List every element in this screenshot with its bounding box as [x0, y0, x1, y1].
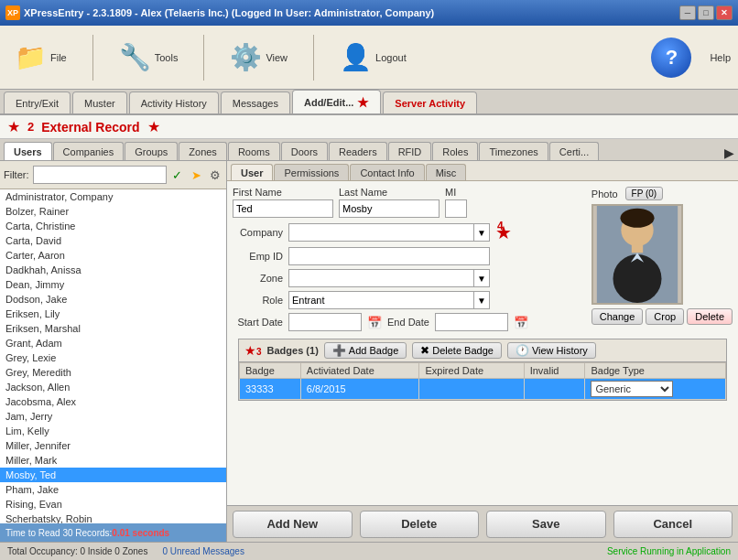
tab-server-activity[interactable]: Server Activity [383, 92, 477, 113]
close-button[interactable]: ✕ [716, 5, 733, 20]
list-item[interactable]: Dadkhah, Anissa [0, 263, 226, 277]
inner-tab-permissions[interactable]: Permissions [274, 164, 349, 180]
list-item[interactable]: Pham, Jake [0, 482, 226, 497]
tab-activity-history[interactable]: Activity History [129, 92, 219, 113]
list-item[interactable]: Lim, Kelly [0, 424, 226, 438]
occupancy-status: Total Occupancy: 0 Inside 0 Zones [7, 546, 147, 556]
mi-label: MI [445, 187, 467, 198]
add-badge-button[interactable]: ➕ Add Badge [324, 342, 407, 359]
view-menu[interactable]: ⚙️ View [222, 38, 295, 76]
top-tab-bar: Entry/Exit Muster Activity History Messa… [0, 90, 738, 115]
list-item[interactable]: Eriksen, Lily [0, 307, 226, 321]
inner-tab-user[interactable]: User [231, 164, 273, 180]
add-new-button[interactable]: Add New [233, 511, 353, 538]
tab-add-edit[interactable]: Add/Edit... ★ [292, 90, 381, 113]
start-date-calendar-icon[interactable]: 📅 [367, 316, 382, 329]
tab-messages[interactable]: Messages [221, 92, 290, 113]
subtab-groups[interactable]: Groups [125, 142, 178, 160]
subtab-rfid[interactable]: RFID [388, 142, 432, 160]
end-date-input[interactable] [435, 313, 508, 331]
list-item[interactable]: Grey, Meredith [0, 365, 226, 380]
subtab-rooms[interactable]: Rooms [228, 142, 280, 160]
list-item-selected[interactable]: Mosby, Ted [0, 468, 226, 482]
list-item[interactable]: Grant, Adam [0, 336, 226, 350]
list-item[interactable]: Carta, David [0, 233, 226, 248]
role-input[interactable] [289, 292, 473, 308]
change-button[interactable]: Change [591, 308, 644, 325]
zone-dropdown-icon[interactable]: ▼ [473, 270, 489, 286]
tab-muster[interactable]: Muster [72, 92, 127, 113]
fp-button[interactable]: FP (0) [625, 187, 664, 200]
subtab-roles[interactable]: Roles [432, 142, 478, 160]
window-controls[interactable]: ─ □ ✕ [679, 5, 733, 20]
emp-id-input[interactable] [288, 247, 490, 265]
cancel-button[interactable]: Cancel [613, 511, 733, 538]
last-name-input[interactable] [339, 199, 440, 218]
view-history-button[interactable]: 🕐 View History [507, 342, 596, 359]
filter-settings-icon[interactable]: ⚙ [208, 165, 223, 185]
delete-button[interactable]: Delete [360, 511, 480, 538]
start-date-input[interactable] [288, 313, 362, 331]
right-panel: User Permissions Contact Info Misc [227, 161, 738, 542]
badge-type-select[interactable]: Generic Standard Visitor [591, 381, 673, 397]
list-item[interactable]: Dean, Jimmy [0, 277, 226, 292]
subtab-zones[interactable]: Zones [179, 142, 227, 160]
list-item[interactable]: Carta, Christine [0, 219, 226, 233]
filter-input[interactable] [33, 166, 167, 184]
inner-tab-misc[interactable]: Misc [426, 164, 467, 180]
crop-button[interactable]: Crop [646, 308, 684, 325]
subtab-certi[interactable]: Certi... [549, 142, 599, 160]
file-menu[interactable]: 📁 File [7, 38, 74, 76]
filter-check-icon[interactable]: ✓ [170, 165, 186, 185]
company-dropdown-icon[interactable]: ▼ [473, 224, 489, 241]
list-item[interactable]: Miller, Jennifer [0, 438, 226, 453]
list-item[interactable]: Eriksen, Marshal [0, 321, 226, 336]
list-item[interactable]: Grey, Lexie [0, 350, 226, 365]
list-item[interactable]: Jam, Jerry [0, 409, 226, 424]
annotation-star-4: ★4 [495, 221, 512, 243]
list-item[interactable]: Bolzer, Rainer [0, 204, 226, 219]
badge-activated-date: 6/8/2015 [300, 379, 419, 400]
svg-rect-3 [632, 244, 643, 253]
subtab-timezones[interactable]: Timezones [479, 142, 548, 160]
title-bar: XP XPressEntry - 2.3.1809 - Alex (Telaer… [0, 0, 738, 26]
subtab-nav-right[interactable]: ▶ [724, 145, 734, 160]
last-name-label: Last Name [339, 187, 440, 198]
minimize-button[interactable]: ─ [679, 5, 696, 20]
list-item[interactable]: Carter, Aaron [0, 248, 226, 263]
delete-photo-button[interactable]: Delete [687, 308, 733, 325]
mi-input[interactable] [445, 199, 467, 218]
list-item[interactable]: Miller, Mark [0, 453, 226, 468]
list-item[interactable]: Jacobsma, Alex [0, 394, 226, 409]
subtab-readers[interactable]: Readers [329, 142, 387, 160]
list-item[interactable]: Administrator, Company [0, 189, 226, 204]
list-item[interactable]: Rising, Evan [0, 497, 226, 512]
end-date-calendar-icon[interactable]: 📅 [514, 316, 528, 329]
filter-arrow-icon[interactable]: ➤ [189, 165, 204, 185]
role-dropdown-icon[interactable]: ▼ [473, 292, 489, 308]
tools-menu[interactable]: 🔧 Tools [112, 38, 186, 76]
subtab-companies[interactable]: Companies [53, 142, 125, 160]
help-label: Help [710, 52, 731, 63]
logout-menu[interactable]: 👤 Logout [332, 38, 414, 76]
help-button[interactable]: ? [651, 38, 691, 78]
list-item[interactable]: Scherbatsky, Robin [0, 512, 226, 523]
tools-label: Tools [155, 52, 179, 63]
badge-row[interactable]: 33333 6/8/2015 Generic Standard Visitor [240, 379, 726, 400]
user-photo-svg [593, 206, 681, 303]
subtab-users[interactable]: Users [4, 142, 52, 160]
tab-entry-exit[interactable]: Entry/Exit [4, 92, 71, 113]
subtab-doors[interactable]: Doors [281, 142, 328, 160]
inner-tab-contact-info[interactable]: Contact Info [350, 164, 424, 180]
list-item[interactable]: Dodson, Jake [0, 292, 226, 307]
list-item[interactable]: Jackson, Allen [0, 380, 226, 394]
window-title: XPressEntry - 2.3.1809 - Alex (Telaeris … [24, 7, 434, 18]
maximize-button[interactable]: □ [698, 5, 714, 20]
delete-badge-button[interactable]: ✖ Delete Badge [412, 342, 502, 359]
zone-input[interactable] [289, 270, 473, 286]
service-status: Service Running in Application [607, 546, 731, 556]
first-name-input[interactable] [233, 199, 333, 218]
company-input[interactable] [289, 224, 473, 241]
badge-col-type: Badge Type [585, 363, 726, 379]
save-button[interactable]: Save [486, 511, 606, 538]
